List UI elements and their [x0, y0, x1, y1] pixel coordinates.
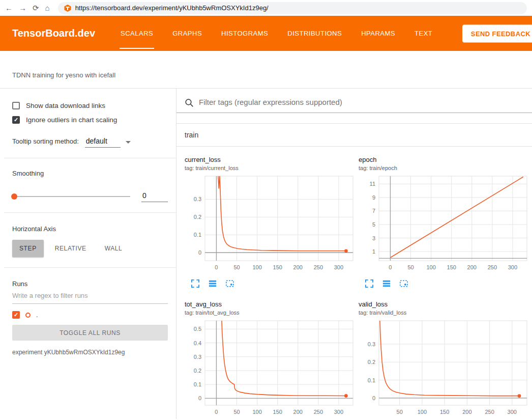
chart-title: valid_loss: [359, 300, 529, 308]
tooltip-sorting-select[interactable]: default: [85, 137, 131, 148]
chart-title: tot_avg_loss: [185, 300, 355, 308]
horizontal-axis-label: Horizontal Axis: [12, 225, 168, 233]
expand-card-icon[interactable]: [191, 279, 200, 288]
svg-text:0.1: 0.1: [194, 232, 201, 238]
address-bar[interactable]: https://tensorboard.dev/experiment/yKUbh…: [58, 2, 527, 14]
send-feedback-button[interactable]: SEND FEEDBACK: [462, 24, 532, 42]
svg-text:250: 250: [314, 264, 323, 270]
fit-domain-icon[interactable]: [399, 279, 408, 288]
svg-text:0.1: 0.1: [194, 381, 201, 387]
divider: [4, 158, 176, 158]
chart-tag: tag: train/valid_loss: [359, 310, 529, 316]
tab-graphs[interactable]: GRAPHS: [171, 16, 203, 51]
nav-tabs: SCALARSGRAPHSHISTOGRAMSDISTRIBUTIONSHPAR…: [120, 16, 433, 51]
settings-sidebar: Show data download links Ignore outliers…: [0, 89, 176, 419]
ignore-outliers-checkbox[interactable]: [12, 116, 20, 124]
smoothing-value-input[interactable]: [141, 190, 168, 202]
svg-text:0.3: 0.3: [194, 354, 201, 360]
line-chart: 05010015020025030000.10.20.30.40.5: [185, 318, 355, 419]
chart-card: current_loss tag: train/current_loss 050…: [185, 156, 355, 288]
chart-title: current_loss: [185, 156, 355, 163]
chart-card: tot_avg_loss tag: train/tot_avg_loss 050…: [185, 300, 355, 419]
chart-tag: tag: train/tot_avg_loss: [185, 310, 355, 316]
dropdown-arrow-icon: [126, 141, 131, 144]
ignore-outliers-label: Ignore outliers in chart scaling: [26, 116, 117, 124]
svg-text:300: 300: [334, 264, 343, 270]
svg-text:0: 0: [215, 264, 218, 270]
tab-text[interactable]: TEXT: [413, 16, 433, 51]
filter-tags-input[interactable]: [199, 96, 532, 113]
expand-card-icon[interactable]: [365, 279, 374, 288]
svg-text:0.3: 0.3: [368, 341, 375, 347]
page: ← → ⟳ ⌂ https://tensorboard.dev/experime…: [0, 0, 532, 420]
main-panel: train current_loss tag: train/current_lo…: [176, 89, 532, 419]
charts-grid: current_loss tag: train/current_loss 050…: [176, 147, 532, 419]
app-header: TensorBoard.dev SCALARSGRAPHSHISTOGRAMSD…: [0, 16, 532, 51]
svg-text:150: 150: [440, 409, 449, 415]
chart-card: valid_loss tag: train/valid_loss 5010015…: [359, 300, 529, 419]
svg-text:150: 150: [273, 264, 282, 270]
line-chart: 05010015020025030000.10.20.3: [185, 173, 355, 277]
run-name: .: [36, 312, 38, 319]
filter-tags-row: [176, 89, 532, 113]
back-icon[interactable]: ←: [5, 4, 13, 12]
svg-text:50: 50: [233, 409, 240, 415]
tab-histograms[interactable]: HISTOGRAMS: [220, 16, 269, 51]
run-checkbox[interactable]: [12, 311, 20, 319]
svg-text:0: 0: [198, 249, 201, 256]
svg-text:0.2: 0.2: [368, 359, 375, 365]
horizontal-axis-buttons: STEPRELATIVEWALL: [12, 240, 168, 257]
show-download-links-checkbox[interactable]: [12, 102, 20, 109]
train-card: train current_loss tag: train/current_lo…: [176, 123, 532, 419]
ignore-outliers-row: Ignore outliers in chart scaling: [12, 116, 168, 124]
svg-text:0: 0: [215, 409, 218, 415]
brand-title: TensorBoard.dev: [12, 27, 95, 39]
runs-filter-input[interactable]: [12, 288, 168, 304]
fit-domain-icon[interactable]: [225, 279, 234, 288]
svg-text:200: 200: [467, 264, 477, 270]
axis-wall-button[interactable]: WALL: [98, 240, 130, 257]
toggle-all-runs-button[interactable]: TOGGLE ALL RUNS: [12, 325, 168, 341]
chart-tag: tag: train/epoch: [359, 165, 529, 171]
svg-text:0.1: 0.1: [368, 377, 375, 383]
svg-text:0.2: 0.2: [194, 368, 201, 374]
train-section-header[interactable]: train: [176, 124, 532, 147]
tab-scalars[interactable]: SCALARS: [120, 16, 154, 51]
svg-text:250: 250: [488, 264, 497, 270]
svg-text:300: 300: [334, 409, 343, 415]
run-color-swatch: [25, 313, 31, 318]
smoothing-slider[interactable]: [12, 196, 130, 197]
axis-step-button[interactable]: STEP: [12, 240, 44, 257]
tooltip-sorting-row: Tooltip sorting method: default: [12, 137, 168, 148]
show-download-links-row: Show data download links: [12, 102, 168, 109]
chart-tag: tag: train/current_loss: [185, 165, 355, 171]
reload-icon[interactable]: ⟳: [33, 4, 39, 12]
experiment-id-label: experiment yKUbhb5wRmOSXYkId1z9eg: [12, 349, 168, 356]
svg-text:11: 11: [370, 181, 375, 187]
svg-text:200: 200: [462, 409, 471, 415]
chart-actions: [359, 279, 529, 288]
home-icon[interactable]: ⌂: [45, 4, 50, 12]
smoothing-label: Smoothing: [12, 170, 168, 177]
svg-text:50: 50: [397, 409, 403, 415]
svg-text:300: 300: [508, 264, 517, 270]
chart-actions: [185, 279, 355, 288]
chart-card: epoch tag: train/epoch 05010015020025030…: [359, 156, 529, 288]
tooltip-sorting-label: Tooltip sorting method:: [12, 137, 79, 145]
svg-text:0: 0: [198, 395, 201, 401]
experiment-description: TDNN training for yesno with icefall: [0, 51, 532, 89]
content: Show data download links Ignore outliers…: [0, 89, 532, 419]
axis-relative-button[interactable]: RELATIVE: [48, 240, 94, 257]
divider: [4, 212, 176, 213]
tab-hparams[interactable]: HPARAMS: [360, 16, 396, 51]
smoothing-slider-thumb[interactable]: [11, 193, 17, 200]
data-table-icon[interactable]: [382, 279, 391, 288]
svg-text:200: 200: [293, 409, 303, 415]
forward-icon[interactable]: →: [19, 4, 26, 12]
divider: [4, 267, 176, 268]
svg-text:0.3: 0.3: [194, 196, 201, 202]
data-table-icon[interactable]: [208, 279, 217, 288]
tab-distributions[interactable]: DISTRIBUTIONS: [286, 16, 343, 51]
url-text: https://tensorboard.dev/experiment/yKUbh…: [75, 4, 269, 12]
smoothing-slider-row: [12, 190, 168, 202]
